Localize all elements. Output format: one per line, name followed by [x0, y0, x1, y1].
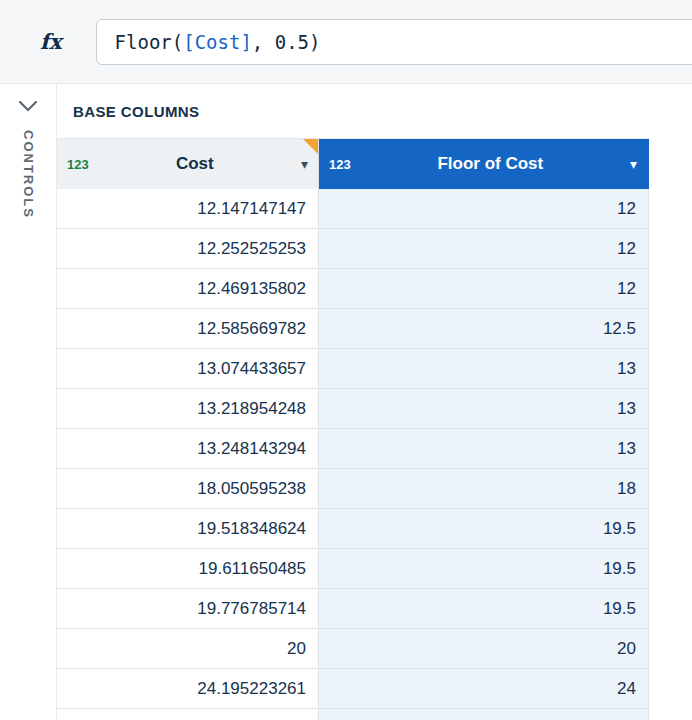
cell-floor[interactable]: 24 — [319, 669, 649, 709]
table-row: 12.469135802 12 — [57, 269, 649, 309]
cell-cost[interactable]: 19.776785714 — [57, 589, 319, 629]
cell-cost[interactable]: 20 — [57, 629, 319, 669]
cell-cost[interactable]: 19.518348624 — [57, 509, 319, 549]
formula-bar: fx Floor([Cost], 0.5) — [0, 0, 692, 84]
table-row: 12.252525253 12 — [57, 229, 649, 269]
cell-cost[interactable]: 12.252525253 — [57, 229, 319, 269]
corner-marker-icon — [303, 139, 318, 154]
table-row: 13.074433657 13 — [57, 349, 649, 389]
table-row: 19.611650485 19.5 — [57, 549, 649, 589]
chevron-down-icon[interactable] — [18, 100, 38, 112]
column-header-floor-of-cost[interactable]: 123 Floor of Cost ▾ — [319, 139, 649, 189]
table-row: 13.248143294 13 — [57, 429, 649, 469]
fx-icon: fx — [40, 29, 62, 54]
table-row: 24.195223261 24 — [57, 669, 649, 709]
data-table: 123 Cost ▾ 123 Floor of Cost ▾ 12.147147… — [57, 139, 649, 720]
cell-cost[interactable]: 24.195223261 — [57, 669, 319, 709]
cell-cost[interactable]: 19.611650485 — [57, 549, 319, 589]
cell-floor[interactable]: 19.5 — [319, 589, 649, 629]
cell-cost[interactable]: 12.147147147 — [57, 189, 319, 229]
column-menu-chevron-icon[interactable]: ▾ — [630, 157, 637, 171]
cell-floor[interactable]: 13 — [319, 429, 649, 469]
controls-panel-label[interactable]: CONTROLS — [21, 130, 36, 219]
numeric-type-icon: 123 — [329, 157, 351, 172]
formula-text-suffix: , 0.5) — [252, 31, 321, 53]
table-row: 18.050595238 18 — [57, 469, 649, 509]
cell-floor[interactable]: 12 — [319, 269, 649, 309]
table-header-row: 123 Cost ▾ 123 Floor of Cost ▾ — [57, 139, 649, 189]
cell-floor[interactable]: 13 — [319, 389, 649, 429]
table-row: 19.518348624 19.5 — [57, 509, 649, 549]
cell-floor[interactable] — [319, 709, 649, 720]
section-title: BASE COLUMNS — [57, 84, 649, 139]
column-label: Cost — [89, 154, 301, 174]
cell-floor[interactable]: 20 — [319, 629, 649, 669]
numeric-type-icon: 123 — [67, 157, 89, 172]
cell-floor[interactable]: 18 — [319, 469, 649, 509]
cell-cost[interactable]: 13.074433657 — [57, 349, 319, 389]
cell-cost[interactable]: 12.469135802 — [57, 269, 319, 309]
cell-floor[interactable]: 12 — [319, 229, 649, 269]
column-label: Floor of Cost — [351, 154, 630, 174]
cell-cost[interactable]: 13.218954248 — [57, 389, 319, 429]
cell-floor[interactable]: 12.5 — [319, 309, 649, 349]
cell-cost[interactable]: 13.248143294 — [57, 429, 319, 469]
cell-floor[interactable]: 19.5 — [319, 509, 649, 549]
formula-text: Floor( — [115, 31, 184, 53]
content-area: CONTROLS BASE COLUMNS 123 Cost ▾ 123 Flo… — [0, 84, 692, 720]
cell-floor[interactable]: 12 — [319, 189, 649, 229]
main-panel: BASE COLUMNS 123 Cost ▾ 123 Floor of Cos… — [56, 84, 692, 720]
controls-sidebar: CONTROLS — [0, 84, 56, 720]
table-row-partial — [57, 709, 649, 720]
cell-floor[interactable]: 19.5 — [319, 549, 649, 589]
table-row: 12.585669782 12.5 — [57, 309, 649, 349]
table-row: 19.776785714 19.5 — [57, 589, 649, 629]
table-row: 20 20 — [57, 629, 649, 669]
cell-cost[interactable]: 12.585669782 — [57, 309, 319, 349]
cell-cost[interactable]: 18.050595238 — [57, 469, 319, 509]
cell-cost[interactable] — [57, 709, 319, 720]
formula-column-reference: [Cost] — [183, 31, 252, 53]
cell-floor[interactable]: 13 — [319, 349, 649, 389]
table-row: 13.218954248 13 — [57, 389, 649, 429]
table-row: 12.147147147 12 — [57, 189, 649, 229]
column-menu-chevron-icon[interactable]: ▾ — [301, 157, 308, 171]
column-header-cost[interactable]: 123 Cost ▾ — [57, 139, 319, 189]
formula-input[interactable]: Floor([Cost], 0.5) — [96, 19, 692, 65]
